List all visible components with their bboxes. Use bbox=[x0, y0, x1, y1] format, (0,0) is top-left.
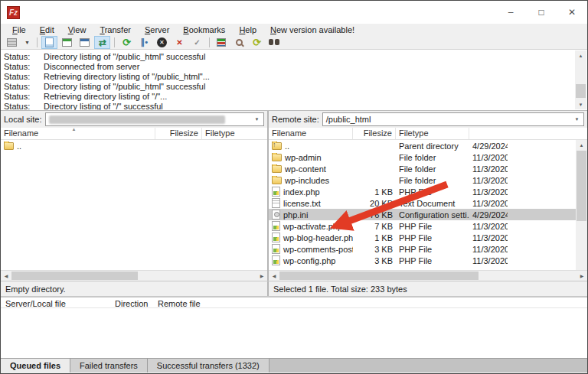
disconnect-button[interactable]: ✕ bbox=[172, 36, 188, 49]
file-row-wp-includes[interactable]: wp-includesFile folder11/3/2020 bbox=[269, 174, 587, 186]
maximize-button[interactable]: □ bbox=[526, 1, 557, 24]
menu-item-help[interactable]: Help bbox=[232, 25, 263, 34]
file-name-text: wp-includes bbox=[285, 176, 329, 185]
local-file-list: .. bbox=[1, 140, 267, 270]
queue-column-direction[interactable]: Direction bbox=[115, 299, 152, 307]
local-column-filesize[interactable]: Filesize bbox=[155, 128, 202, 139]
local-column-filetype[interactable]: Filetype bbox=[202, 128, 267, 139]
site-manager-dropdown-icon[interactable]: ▼ bbox=[21, 40, 33, 45]
file-date: 11/3/2020 bbox=[469, 176, 508, 185]
toggle-message-log-button[interactable] bbox=[41, 36, 57, 49]
file-row-wp-comments-post-p-[interactable]: wp-comments-post.p...3 KBPHP File11/3/20… bbox=[269, 243, 587, 255]
queue-column-remote-file[interactable]: Remote file bbox=[152, 299, 201, 307]
local-site-combo[interactable]: ▼ bbox=[45, 112, 264, 126]
log-status-message: Directory listing of "/" successful bbox=[44, 102, 163, 111]
filter-icon bbox=[217, 38, 226, 47]
scroll-up-icon[interactable]: ▲ bbox=[575, 50, 586, 60]
synchronized-browsing-button[interactable]: ⟳ bbox=[249, 36, 265, 49]
php-file-icon bbox=[272, 187, 280, 197]
file-row-wp-config-php[interactable]: wp-config.php3 KBPHP File11/3/2020 bbox=[269, 255, 587, 266]
menu-item-edit[interactable]: Edit bbox=[33, 25, 61, 34]
tab-queued-files[interactable]: Queued files bbox=[1, 359, 70, 372]
remote-vertical-scrollbar[interactable]: ▲ bbox=[576, 140, 587, 270]
toggle-remote-tree-button[interactable] bbox=[77, 36, 93, 49]
file-row-wp-blog-header-php[interactable]: wp-blog-header.php1 KBPHP File11/3/2020 bbox=[269, 232, 587, 243]
parent-directory-icon bbox=[272, 142, 282, 150]
scroll-up-icon[interactable]: ▲ bbox=[576, 140, 587, 150]
file-row-wp-activate-php[interactable]: wp-activate.php7 KBPHP File11/3/2020 bbox=[269, 220, 587, 232]
config-file-icon bbox=[272, 210, 280, 220]
file-row--[interactable]: .. bbox=[1, 140, 267, 151]
remote-column-filesize[interactable]: Filesize bbox=[353, 128, 396, 139]
menu-item-file[interactable]: File bbox=[5, 25, 33, 34]
log-entry: Status:Directory listing of "/public_htm… bbox=[4, 52, 573, 62]
scroll-down-icon[interactable]: ▼ bbox=[575, 99, 586, 109]
local-horizontal-scrollbar[interactable]: ◀ ▶ bbox=[1, 270, 267, 281]
file-name-text: wp-blog-header.php bbox=[283, 233, 353, 242]
minimize-button[interactable]: – bbox=[495, 1, 526, 24]
remote-horizontal-scrollbar[interactable]: ◀ ▶ bbox=[269, 270, 587, 281]
chevron-down-icon[interactable]: ▼ bbox=[572, 114, 582, 125]
file-size: 3 KB bbox=[353, 256, 396, 265]
chevron-down-icon[interactable]: ▼ bbox=[252, 114, 262, 125]
local-site-label: Local site: bbox=[4, 115, 42, 124]
local-status-text: Empty directory. bbox=[1, 281, 269, 296]
scroll-left-icon[interactable]: ◀ bbox=[269, 271, 279, 281]
toggle-local-tree-button[interactable] bbox=[59, 36, 75, 49]
scrollbar-thumb[interactable] bbox=[11, 272, 138, 280]
site-manager-button[interactable] bbox=[4, 36, 20, 49]
file-type: PHP File bbox=[396, 245, 469, 254]
sort-indicator: ▲ bbox=[71, 128, 76, 132]
file-row-license-txt[interactable]: license.txt20 KBText Document11/3/2020 bbox=[269, 197, 587, 209]
reconnect-button[interactable]: ✓ bbox=[189, 36, 205, 49]
scrollbar-thumb[interactable] bbox=[577, 151, 586, 221]
remote-path: /public_html bbox=[326, 115, 371, 124]
file-date: 11/3/2020 bbox=[469, 245, 508, 254]
file-row-wp-content[interactable]: wp-contentFile folder11/3/2020 bbox=[269, 163, 587, 174]
file-name: wp-content bbox=[269, 164, 353, 174]
tab-failed-transfers[interactable]: Failed transfers bbox=[70, 359, 148, 372]
local-column-filename[interactable]: ▲ Filename bbox=[1, 128, 155, 139]
scroll-right-icon[interactable]: ▶ bbox=[256, 271, 267, 281]
find-files-button[interactable] bbox=[266, 36, 283, 49]
file-row--[interactable]: ..Parent directory4/29/2024 bbox=[269, 140, 587, 151]
scrollbar-thumb[interactable] bbox=[576, 84, 586, 98]
scroll-left-icon[interactable]: ◀ bbox=[1, 271, 11, 281]
file-row-php-ini[interactable]: php.ini76 KBConfiguration setti...4/29/2… bbox=[269, 209, 587, 220]
menu-item-new[interactable]: New version available! bbox=[263, 25, 361, 34]
menu-item-bookmarks[interactable]: Bookmarks bbox=[176, 25, 232, 34]
disconnect-icon: ✕ bbox=[176, 38, 182, 47]
log-scrollbar[interactable]: ▲ ▼ bbox=[575, 50, 586, 109]
directory-filter-button[interactable] bbox=[214, 36, 230, 49]
file-type: PHP File bbox=[396, 233, 469, 242]
menu-item-view[interactable]: View bbox=[61, 25, 93, 34]
log-status-label: Status: bbox=[4, 102, 44, 111]
process-queue-button[interactable]: ∥• bbox=[136, 36, 152, 49]
folder-icon bbox=[272, 165, 282, 173]
file-type: PHP File bbox=[396, 222, 469, 231]
file-size: 3 KB bbox=[353, 245, 396, 254]
scrollbar-thumb[interactable] bbox=[279, 272, 479, 280]
reconnect-icon: ✓ bbox=[194, 38, 200, 47]
remote-column-date[interactable] bbox=[469, 128, 587, 139]
menu-item-transfer[interactable]: Transfer bbox=[93, 25, 138, 34]
file-type: Text Document bbox=[396, 199, 469, 208]
file-row-index-php[interactable]: index.php1 KBPHP File11/3/2020 bbox=[269, 186, 587, 197]
toggle-queue-button[interactable]: ⇄ bbox=[94, 36, 110, 49]
scroll-right-icon[interactable]: ▶ bbox=[577, 271, 587, 281]
refresh-button[interactable]: ⟳ bbox=[119, 36, 135, 49]
remote-site-combo[interactable]: /public_html ▼ bbox=[322, 112, 584, 126]
remote-column-filename[interactable]: Filename bbox=[269, 128, 353, 139]
file-row-wp-admin[interactable]: wp-adminFile folder11/3/2020 bbox=[269, 151, 587, 163]
close-button[interactable]: ✕ bbox=[557, 1, 587, 24]
log-entry: Status:Directory listing of "/public_htm… bbox=[4, 82, 573, 92]
file-type: PHP File bbox=[396, 256, 469, 265]
remote-column-filetype[interactable]: Filetype bbox=[396, 128, 469, 139]
directory-comparison-button[interactable] bbox=[231, 36, 247, 49]
file-size: 7 KB bbox=[353, 222, 396, 231]
menu-item-server[interactable]: Server bbox=[138, 25, 176, 34]
cancel-button[interactable]: ✕ bbox=[154, 36, 170, 49]
queue-column-local-file[interactable]: Server/Local file bbox=[1, 299, 115, 307]
file-size: 76 KB bbox=[353, 210, 396, 220]
tab-successful-transfers-1332-[interactable]: Successful transfers (1332) bbox=[148, 359, 270, 372]
